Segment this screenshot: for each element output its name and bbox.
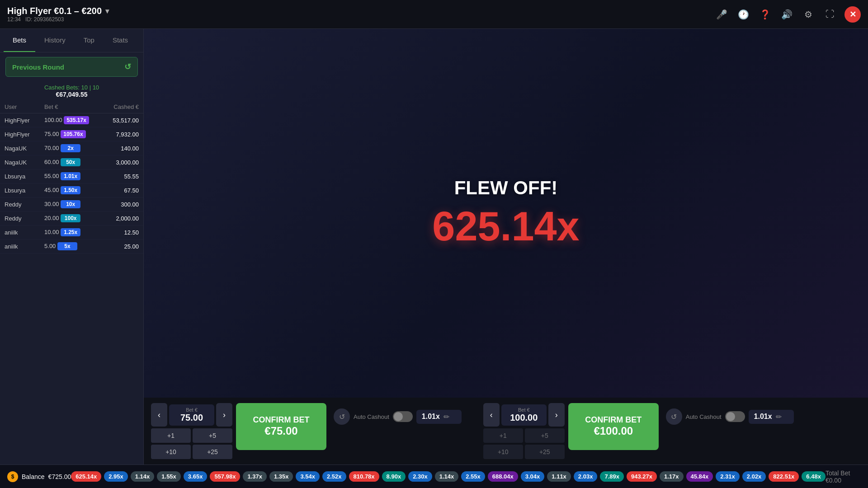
cell-user: aniilk [0, 239, 40, 253]
fullscreen-icon[interactable]: ⛶ [823, 7, 837, 22]
history-icon[interactable]: 🕐 [736, 7, 750, 22]
table-row: HighFlyer 100.00 535.17x 53,517.00 [0, 113, 143, 127]
history-multiplier-badge[interactable]: 1.37x [243, 471, 267, 482]
balance-label: Balance [22, 473, 45, 480]
history-multiplier-badge[interactable]: 45.84x [686, 471, 713, 482]
header: High Flyer €0.1 – €200 ▾ 12:34 ID: 20936… [0, 0, 868, 29]
cell-cashed: 300.00 [102, 197, 143, 211]
history-multiplier-badge[interactable]: 625.14x [71, 471, 101, 482]
coin-icon: $ [7, 471, 18, 482]
history-multiplier-badge[interactable]: 7.89x [600, 471, 624, 482]
cell-cashed: 3,000.00 [102, 155, 143, 169]
reset-btn-2[interactable]: ↺ [666, 408, 682, 425]
table-row: NagaUK 60.00 50x 3,000.00 [0, 155, 143, 169]
settings-icon[interactable]: ⚙ [801, 7, 816, 22]
bet-input-row-1: ‹ Bet € 75.00 › [151, 403, 232, 427]
confirm-amount-1: €75.00 [264, 425, 297, 438]
history-multiplier-badge[interactable]: 688.04x [488, 471, 518, 482]
auto-cashout-label-2: Auto Cashout [686, 413, 722, 420]
cashed-amount: €67,049.55 [56, 91, 87, 98]
quick-btn-1-3[interactable]: +10 [151, 445, 191, 459]
history-multiplier-badge[interactable]: 810.78x [349, 471, 379, 482]
quick-btn-1-1[interactable]: +1 [151, 428, 191, 443]
edit-cashout-icon-1[interactable]: ✏ [443, 413, 449, 421]
tab-top[interactable]: Top [75, 29, 104, 52]
cell-user: Lbsurya [0, 169, 40, 183]
tab-bets[interactable]: Bets [4, 29, 35, 52]
quick-btn-1-4[interactable]: +25 [193, 445, 232, 459]
bet-increase-2[interactable]: › [548, 403, 565, 427]
history-multiplier-badge[interactable]: 2.52x [322, 471, 346, 482]
history-multiplier-badge[interactable]: 2.95x [104, 471, 128, 482]
history-multiplier-badge[interactable]: 1.35x [269, 471, 293, 482]
history-bar: $ Balance €725.00 625.14x2.95x1.14x1.55x… [0, 465, 868, 488]
history-multiplier-badge[interactable]: 2.02x [742, 471, 766, 482]
history-multiplier-badge[interactable]: 1.55x [157, 471, 181, 482]
bet-value-1[interactable]: 75.00 [175, 413, 208, 423]
history-multiplier-badge[interactable]: 2.30x [408, 471, 432, 482]
history-multiplier-badge[interactable]: 8.90x [382, 471, 406, 482]
main-content: Bets History Top Stats Previous Round ↺ … [0, 29, 868, 465]
cell-bet: 70.00 2x [40, 141, 102, 155]
bet-decrease-1[interactable]: ‹ [151, 403, 167, 427]
cell-cashed: 7,932.00 [102, 127, 143, 141]
history-multiplier-badge[interactable]: 3.54x [296, 471, 320, 482]
bet-adjust-1: ‹ Bet € 75.00 › +1 +5 +10 +25 [151, 403, 232, 459]
cell-cashed: 12.50 [102, 225, 143, 239]
history-multiplier-badge[interactable]: 822.51x [769, 471, 799, 482]
bet-decrease-2[interactable]: ‹ [483, 403, 500, 427]
history-multiplier-badge[interactable]: 3.65x [184, 471, 208, 482]
edit-cashout-icon-2[interactable]: ✏ [776, 413, 782, 421]
auto-cashout-2: ↺ Auto Cashout 1.01x ✏ [666, 405, 794, 425]
chevron-down-icon[interactable]: ▾ [105, 7, 109, 15]
confirm-bet-1[interactable]: CONFIRM BET €75.00 [236, 403, 326, 450]
cashout-value-2[interactable]: 1.01x [754, 413, 772, 421]
cell-user: Reddy [0, 211, 40, 225]
help-icon[interactable]: ❓ [758, 7, 772, 22]
auto-cashout-toggle-2[interactable] [725, 411, 745, 422]
confirm-bet-2[interactable]: CONFIRM BET €100.00 [568, 403, 659, 450]
bet-increase-1[interactable]: › [216, 403, 232, 427]
history-multiplier-badge[interactable]: 1.17x [660, 471, 684, 482]
history-multiplier-badge[interactable]: 3.04x [521, 471, 545, 482]
reset-btn-1[interactable]: ↺ [334, 408, 350, 425]
history-multiplier-badge[interactable]: 2.03x [574, 471, 598, 482]
col-bet: Bet € [40, 101, 102, 113]
previous-round-button[interactable]: Previous Round ↺ [5, 57, 138, 77]
refresh-icon: ↺ [124, 62, 131, 72]
bet-amount-box-2: Bet € 100.00 [501, 404, 547, 426]
table-row: Reddy 30.00 10x 300.00 [0, 197, 143, 211]
table-row: aniilk 10.00 1.25x 12.50 [0, 225, 143, 239]
header-left: High Flyer €0.1 – €200 ▾ 12:34 ID: 20936… [7, 6, 109, 23]
cell-user: Reddy [0, 197, 40, 211]
game-canvas: FLEW OFF! 625.14x [144, 29, 868, 398]
tab-history[interactable]: History [35, 29, 75, 52]
history-multiplier-badge[interactable]: 943.27x [627, 471, 657, 482]
history-multiplier-badge[interactable]: 557.98x [210, 471, 240, 482]
history-multiplier-badge[interactable]: 1.14x [435, 471, 459, 482]
cashout-value-box-1: 1.01x ✏ [416, 410, 462, 424]
flew-off-text: FLEW OFF! [454, 177, 558, 199]
history-multiplier-badge[interactable]: 2.55x [461, 471, 485, 482]
cell-cashed: 140.00 [102, 141, 143, 155]
cashout-value-1[interactable]: 1.01x [422, 413, 440, 421]
total-bet: Total Bet €0.00 [826, 469, 861, 484]
close-button[interactable]: ✕ [844, 6, 861, 23]
history-multiplier-badge[interactable]: 2.31x [716, 471, 740, 482]
volume-icon[interactable]: 🔊 [779, 7, 794, 22]
cell-bet: 20.00 100x [40, 211, 102, 225]
history-multiplier-badge[interactable]: 6.48x [802, 471, 826, 482]
total-bet-amount: €0.00 [826, 477, 841, 484]
quick-btn-2-2: +5 [525, 428, 565, 443]
cell-bet: 60.00 50x [40, 155, 102, 169]
quick-btn-2-1: +1 [483, 428, 523, 443]
history-multiplier-badge[interactable]: 1.11x [547, 471, 571, 482]
quick-btn-1-2[interactable]: +5 [193, 428, 232, 443]
microphone-icon[interactable]: 🎤 [714, 7, 729, 22]
bet-value-2[interactable]: 100.00 [508, 413, 540, 423]
tab-stats[interactable]: Stats [104, 29, 137, 52]
cell-bet: 30.00 10x [40, 197, 102, 211]
history-multiplier-badge[interactable]: 1.14x [131, 471, 155, 482]
auto-cashout-toggle-1[interactable] [393, 411, 413, 422]
cell-bet: 75.00 105.76x [40, 127, 102, 141]
